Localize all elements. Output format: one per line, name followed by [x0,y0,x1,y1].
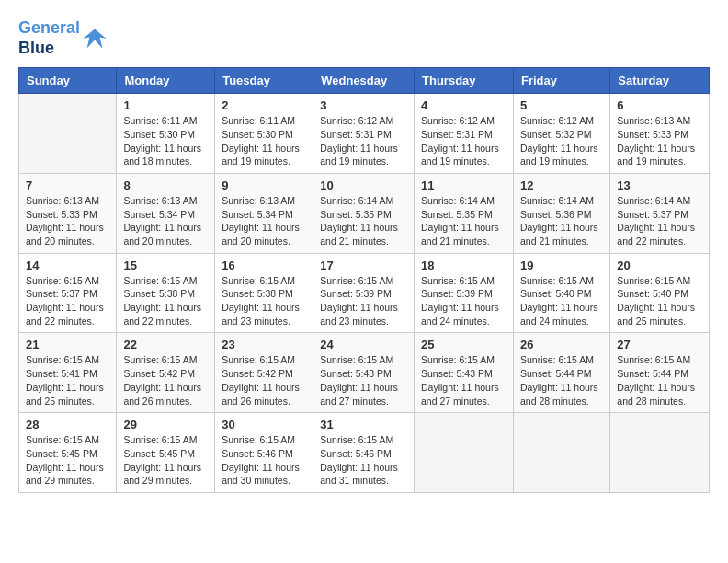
day-info: Sunrise: 6:15 AMSunset: 5:38 PMDaylight:… [222,274,306,328]
calendar-cell: 12Sunrise: 6:14 AMSunset: 5:36 PMDayligh… [513,173,609,253]
day-info: Sunrise: 6:13 AMSunset: 5:33 PMDaylight:… [617,114,702,168]
day-number: 18 [421,259,506,272]
calendar-cell: 2Sunrise: 6:11 AMSunset: 5:30 PMDaylight… [215,94,313,174]
day-number: 20 [617,259,702,272]
calendar-cell: 30Sunrise: 6:15 AMSunset: 5:46 PMDayligh… [215,413,313,493]
calendar-cell: 15Sunrise: 6:15 AMSunset: 5:38 PMDayligh… [117,253,215,333]
week-row-2: 7Sunrise: 6:13 AMSunset: 5:33 PMDaylight… [19,173,710,253]
calendar-cell: 11Sunrise: 6:14 AMSunset: 5:35 PMDayligh… [415,173,514,253]
day-number: 13 [617,178,702,192]
calendar-cell: 16Sunrise: 6:15 AMSunset: 5:38 PMDayligh… [215,253,313,333]
day-info: Sunrise: 6:15 AMSunset: 5:40 PMDaylight:… [617,274,702,328]
calendar-cell: 28Sunrise: 6:15 AMSunset: 5:45 PMDayligh… [19,413,117,493]
day-number: 11 [421,178,506,192]
header-thursday: Thursday [415,68,514,94]
day-number: 8 [123,178,208,192]
calendar-cell: 22Sunrise: 6:15 AMSunset: 5:42 PMDayligh… [117,333,215,413]
svg-marker-0 [83,29,106,48]
calendar-cell: 3Sunrise: 6:12 AMSunset: 5:31 PMDaylight… [313,94,415,174]
day-number: 15 [123,259,208,272]
logo-bird-icon [82,26,108,52]
day-info: Sunrise: 6:15 AMSunset: 5:37 PMDaylight:… [26,274,109,328]
day-info: Sunrise: 6:13 AMSunset: 5:33 PMDaylight:… [26,194,109,248]
calendar-cell [610,413,710,493]
day-info: Sunrise: 6:15 AMSunset: 5:42 PMDaylight:… [123,353,208,408]
calendar-cell: 23Sunrise: 6:15 AMSunset: 5:42 PMDayligh… [215,333,313,413]
day-info: Sunrise: 6:15 AMSunset: 5:38 PMDaylight:… [123,274,208,328]
day-info: Sunrise: 6:15 AMSunset: 5:42 PMDaylight:… [222,353,306,408]
page-header: GeneralBlue [18,18,710,58]
header-sunday: Sunday [19,68,117,94]
calendar-cell: 27Sunrise: 6:15 AMSunset: 5:44 PMDayligh… [610,333,710,413]
day-number: 23 [222,338,306,351]
header-wednesday: Wednesday [313,68,415,94]
day-info: Sunrise: 6:15 AMSunset: 5:46 PMDaylight:… [222,433,306,488]
day-info: Sunrise: 6:15 AMSunset: 5:43 PMDaylight:… [421,353,506,408]
calendar-header-row: SundayMondayTuesdayWednesdayThursdayFrid… [19,68,710,94]
day-number: 29 [123,418,208,431]
calendar-cell [415,413,514,493]
day-info: Sunrise: 6:12 AMSunset: 5:31 PMDaylight:… [421,114,506,168]
day-info: Sunrise: 6:11 AMSunset: 5:30 PMDaylight:… [222,114,306,168]
day-number: 19 [520,259,603,272]
day-info: Sunrise: 6:15 AMSunset: 5:45 PMDaylight:… [26,433,109,488]
day-info: Sunrise: 6:15 AMSunset: 5:40 PMDaylight:… [520,274,603,328]
day-number: 28 [26,418,109,431]
day-number: 5 [520,98,603,112]
day-number: 26 [520,338,603,351]
day-number: 16 [222,259,306,272]
day-info: Sunrise: 6:15 AMSunset: 5:39 PMDaylight:… [421,274,506,328]
day-number: 7 [26,178,109,192]
calendar-cell: 8Sunrise: 6:13 AMSunset: 5:34 PMDaylight… [117,173,215,253]
week-row-3: 14Sunrise: 6:15 AMSunset: 5:37 PMDayligh… [19,253,710,333]
day-info: Sunrise: 6:15 AMSunset: 5:39 PMDaylight:… [320,274,407,328]
logo-text: GeneralBlue [18,18,80,58]
calendar-cell: 13Sunrise: 6:14 AMSunset: 5:37 PMDayligh… [610,173,710,253]
calendar-cell: 31Sunrise: 6:15 AMSunset: 5:46 PMDayligh… [313,413,415,493]
day-number: 27 [617,338,702,351]
calendar-cell: 17Sunrise: 6:15 AMSunset: 5:39 PMDayligh… [313,253,415,333]
day-number: 30 [222,418,306,431]
day-number: 10 [320,178,407,192]
calendar-cell: 21Sunrise: 6:15 AMSunset: 5:41 PMDayligh… [19,333,117,413]
day-number: 4 [421,98,506,112]
day-number: 22 [123,338,208,351]
header-saturday: Saturday [610,68,710,94]
calendar-cell: 5Sunrise: 6:12 AMSunset: 5:32 PMDaylight… [513,94,609,174]
calendar-cell: 4Sunrise: 6:12 AMSunset: 5:31 PMDaylight… [415,94,514,174]
day-info: Sunrise: 6:15 AMSunset: 5:45 PMDaylight:… [123,433,208,488]
day-number: 2 [222,98,306,112]
calendar-cell: 7Sunrise: 6:13 AMSunset: 5:33 PMDaylight… [19,173,117,253]
day-info: Sunrise: 6:15 AMSunset: 5:44 PMDaylight:… [617,353,702,408]
header-tuesday: Tuesday [215,68,313,94]
day-info: Sunrise: 6:15 AMSunset: 5:44 PMDaylight:… [520,353,603,408]
day-number: 31 [320,418,407,431]
day-number: 1 [123,98,208,112]
calendar-cell: 26Sunrise: 6:15 AMSunset: 5:44 PMDayligh… [513,333,609,413]
header-friday: Friday [513,68,609,94]
day-number: 25 [421,338,506,351]
day-info: Sunrise: 6:11 AMSunset: 5:30 PMDaylight:… [123,114,208,168]
day-number: 6 [617,98,702,112]
day-number: 14 [26,259,109,272]
calendar-cell [19,94,117,174]
calendar-cell: 9Sunrise: 6:13 AMSunset: 5:34 PMDaylight… [215,173,313,253]
calendar-cell: 24Sunrise: 6:15 AMSunset: 5:43 PMDayligh… [313,333,415,413]
calendar-cell: 1Sunrise: 6:11 AMSunset: 5:30 PMDaylight… [117,94,215,174]
day-number: 21 [26,338,109,351]
day-number: 24 [320,338,407,351]
day-number: 12 [520,178,603,192]
calendar-cell: 19Sunrise: 6:15 AMSunset: 5:40 PMDayligh… [513,253,609,333]
calendar-cell: 6Sunrise: 6:13 AMSunset: 5:33 PMDaylight… [610,94,710,174]
logo: GeneralBlue [18,18,108,58]
day-info: Sunrise: 6:15 AMSunset: 5:43 PMDaylight:… [320,353,407,408]
header-monday: Monday [117,68,215,94]
day-info: Sunrise: 6:15 AMSunset: 5:41 PMDaylight:… [26,353,109,408]
day-number: 9 [222,178,306,192]
day-info: Sunrise: 6:14 AMSunset: 5:36 PMDaylight:… [520,194,603,248]
day-info: Sunrise: 6:13 AMSunset: 5:34 PMDaylight:… [222,194,306,248]
calendar-cell: 29Sunrise: 6:15 AMSunset: 5:45 PMDayligh… [117,413,215,493]
calendar-cell: 10Sunrise: 6:14 AMSunset: 5:35 PMDayligh… [313,173,415,253]
day-info: Sunrise: 6:14 AMSunset: 5:35 PMDaylight:… [421,194,506,248]
calendar-cell [513,413,609,493]
